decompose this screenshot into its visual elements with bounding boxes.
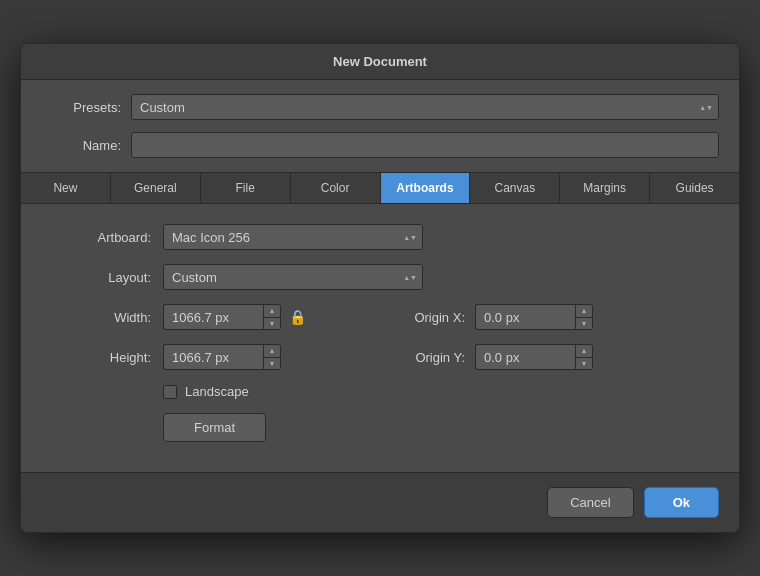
width-label: Width: bbox=[51, 310, 151, 325]
name-row: Name: bbox=[21, 126, 739, 172]
originx-col: Origin X: ▲ ▼ bbox=[385, 304, 709, 330]
tab-canvas[interactable]: Canvas bbox=[470, 173, 560, 203]
width-originx-row: Width: ▲ ▼ 🔒 Origin X: bbox=[51, 304, 709, 330]
layout-select-wrapper: Custom Grid Row Column bbox=[163, 264, 423, 290]
two-col-width: Width: ▲ ▼ 🔒 Origin X: bbox=[51, 304, 709, 330]
artboards-tab-content: Artboard: Mac Icon 256 iPhone iPad Custo… bbox=[21, 204, 739, 472]
presets-select-wrapper: Custom Letter A4 Mac Icon 256 bbox=[131, 94, 719, 120]
tabs-bar: New General File Color Artboards Canvas … bbox=[21, 172, 739, 204]
ok-button[interactable]: Ok bbox=[644, 487, 719, 518]
landscape-checkbox-label[interactable]: Landscape bbox=[163, 384, 249, 399]
height-increment-btn[interactable]: ▲ bbox=[264, 345, 280, 358]
format-row: Format bbox=[51, 413, 709, 442]
layout-label: Layout: bbox=[51, 270, 151, 285]
title-text: New Document bbox=[333, 54, 427, 69]
width-input[interactable] bbox=[163, 304, 263, 330]
presets-row: Presets: Custom Letter A4 Mac Icon 256 bbox=[21, 80, 739, 126]
tab-file[interactable]: File bbox=[201, 173, 291, 203]
tab-new[interactable]: New bbox=[21, 173, 111, 203]
cancel-button[interactable]: Cancel bbox=[547, 487, 633, 518]
origin-x-decrement-btn[interactable]: ▼ bbox=[576, 318, 592, 330]
dialog-footer: Cancel Ok bbox=[21, 472, 739, 532]
two-col-height: Height: ▲ ▼ Origin Y: ▲ bbox=[51, 344, 709, 370]
tab-general[interactable]: General bbox=[111, 173, 201, 203]
format-button[interactable]: Format bbox=[163, 413, 266, 442]
name-input[interactable] bbox=[131, 132, 719, 158]
artboard-label: Artboard: bbox=[51, 230, 151, 245]
artboard-select-wrapper: Mac Icon 256 iPhone iPad Custom bbox=[163, 224, 423, 250]
width-spinner: ▲ ▼ bbox=[163, 304, 281, 330]
tab-margins[interactable]: Margins bbox=[560, 173, 650, 203]
height-decrement-btn[interactable]: ▼ bbox=[264, 358, 280, 370]
origin-x-spinner-buttons: ▲ ▼ bbox=[575, 304, 593, 330]
height-label: Height: bbox=[51, 350, 151, 365]
layout-form-row: Layout: Custom Grid Row Column bbox=[51, 264, 709, 290]
origin-y-increment-btn[interactable]: ▲ bbox=[576, 345, 592, 358]
height-input[interactable] bbox=[163, 344, 263, 370]
landscape-label-text: Landscape bbox=[185, 384, 249, 399]
origin-x-spinner: ▲ ▼ bbox=[475, 304, 593, 330]
origin-y-input[interactable] bbox=[475, 344, 575, 370]
height-spinner: ▲ ▼ bbox=[163, 344, 281, 370]
presets-label: Presets: bbox=[41, 100, 121, 115]
origin-x-label: Origin X: bbox=[385, 310, 465, 325]
height-spinner-buttons: ▲ ▼ bbox=[263, 344, 281, 370]
artboard-select[interactable]: Mac Icon 256 iPhone iPad Custom bbox=[163, 224, 423, 250]
tab-guides[interactable]: Guides bbox=[650, 173, 739, 203]
origin-y-spinner: ▲ ▼ bbox=[475, 344, 593, 370]
width-decrement-btn[interactable]: ▼ bbox=[264, 318, 280, 330]
landscape-checkbox[interactable] bbox=[163, 385, 177, 399]
name-label: Name: bbox=[41, 138, 121, 153]
tab-color[interactable]: Color bbox=[291, 173, 381, 203]
height-col: Height: ▲ ▼ bbox=[51, 344, 375, 370]
artboard-form-row: Artboard: Mac Icon 256 iPhone iPad Custo… bbox=[51, 224, 709, 250]
origin-x-input[interactable] bbox=[475, 304, 575, 330]
height-originy-row: Height: ▲ ▼ Origin Y: ▲ bbox=[51, 344, 709, 370]
layout-select[interactable]: Custom Grid Row Column bbox=[163, 264, 423, 290]
origin-y-spinner-buttons: ▲ ▼ bbox=[575, 344, 593, 370]
tab-artboards[interactable]: Artboards bbox=[381, 173, 471, 203]
dialog-title: New Document bbox=[21, 44, 739, 80]
originy-col: Origin Y: ▲ ▼ bbox=[385, 344, 709, 370]
width-spinner-buttons: ▲ ▼ bbox=[263, 304, 281, 330]
lock-icon: 🔒 bbox=[289, 309, 306, 325]
origin-y-decrement-btn[interactable]: ▼ bbox=[576, 358, 592, 370]
origin-y-label: Origin Y: bbox=[385, 350, 465, 365]
width-increment-btn[interactable]: ▲ bbox=[264, 305, 280, 318]
landscape-row: Landscape bbox=[51, 384, 709, 399]
presets-select[interactable]: Custom Letter A4 Mac Icon 256 bbox=[131, 94, 719, 120]
origin-x-increment-btn[interactable]: ▲ bbox=[576, 305, 592, 318]
width-col: Width: ▲ ▼ 🔒 bbox=[51, 304, 375, 330]
new-document-dialog: New Document Presets: Custom Letter A4 M… bbox=[20, 43, 740, 533]
